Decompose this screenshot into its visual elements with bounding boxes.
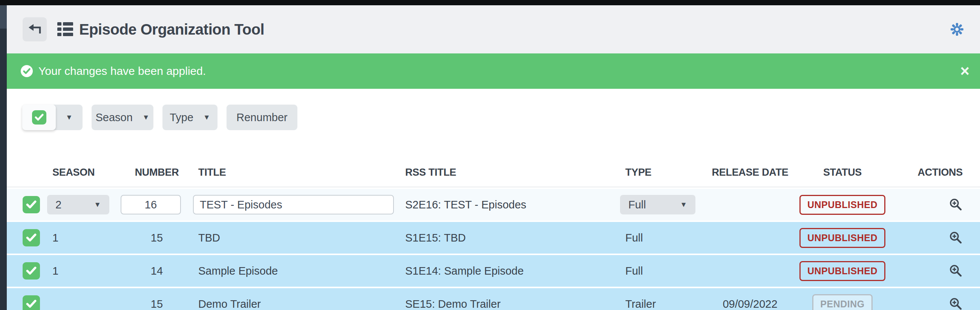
type-button-label: Type	[170, 111, 193, 124]
number-input[interactable]	[121, 195, 181, 214]
chevron-down-icon: ▼	[65, 113, 73, 122]
rss-title-cell: S1E15: TBD	[405, 232, 620, 244]
list-grid-icon	[57, 22, 73, 36]
number-cell: 14	[121, 265, 193, 277]
rss-title-cell: SE15: Demo Trailer	[405, 298, 620, 310]
row-checkbox[interactable]	[22, 295, 40, 310]
row-checkbox[interactable]	[22, 229, 40, 247]
column-header-season: SEASON	[47, 167, 121, 178]
check-circle-icon	[21, 65, 33, 78]
column-header-rss-title: RSS TITLE	[405, 167, 620, 178]
title-cell: TBD	[193, 232, 405, 244]
chevron-down-icon: ▼	[203, 113, 210, 122]
title-input[interactable]	[193, 195, 394, 214]
chevron-down-icon: ▼	[680, 201, 687, 209]
back-button[interactable]	[22, 17, 47, 41]
type-cell: Full	[620, 232, 705, 244]
title-cell: Demo Trailer	[193, 298, 405, 310]
select-all-dropdown-button[interactable]: ▼	[54, 104, 83, 130]
column-header-status: STATUS	[795, 167, 889, 178]
release-date-cell: 09/09/2022	[705, 298, 795, 310]
zoom-in-icon	[949, 231, 963, 245]
bulk-actions-toolbar: ▼ Season ▼ Type ▼ Renumber	[22, 104, 980, 130]
banner-message: Your changes have been applied.	[38, 65, 206, 78]
title-cell: Sample Episode	[193, 265, 405, 277]
zoom-in-icon	[949, 264, 963, 278]
season-select-value: 2	[56, 199, 61, 211]
column-header-release-date: RELEASE DATE	[705, 167, 795, 178]
back-arrow-icon	[27, 24, 42, 35]
column-header-title: TITLE	[193, 167, 405, 178]
status-badge: UNPUBLISHED	[799, 261, 885, 281]
type-dropdown-button[interactable]: Type ▼	[162, 104, 218, 130]
banner-close-button[interactable]: ×	[960, 63, 969, 79]
column-header-type: TYPE	[620, 167, 705, 178]
rss-title-cell: S2E16: TEST - Episodes	[405, 199, 620, 211]
page-title: Episode Organization Tool	[79, 21, 264, 38]
main-content: ▼ Season ▼ Type ▼ Renumber SEASON NUMBER…	[7, 89, 980, 310]
column-header-number: NUMBER	[121, 167, 193, 178]
inspect-episode-button[interactable]	[949, 264, 963, 278]
season-select[interactable]: 2 ▼	[47, 195, 109, 214]
table-row: 1 14 Sample Episode S1E14: Sample Episod…	[7, 255, 980, 287]
type-select[interactable]: Full ▼	[620, 195, 695, 214]
type-cell: Full	[620, 265, 705, 277]
chevron-down-icon: ▼	[143, 113, 150, 122]
rss-title-cell: S1E14: Sample Episode	[405, 265, 620, 277]
app-header: Episode Organization Tool	[7, 5, 980, 54]
column-header-actions: ACTIONS	[918, 167, 980, 178]
settings-button[interactable]	[951, 23, 963, 36]
table-header-row: SEASON NUMBER TITLE RSS TITLE TYPE RELEA…	[7, 158, 980, 187]
checkbox-checked-icon	[32, 110, 46, 125]
type-cell: Trailer	[620, 298, 705, 310]
table-row: 15 Demo Trailer SE15: Demo Trailer Trail…	[7, 288, 980, 310]
episodes-table: SEASON NUMBER TITLE RSS TITLE TYPE RELEA…	[7, 158, 980, 310]
inspect-episode-button[interactable]	[949, 297, 963, 310]
renumber-button-label: Renumber	[236, 111, 287, 124]
inspect-episode-button[interactable]	[949, 198, 963, 212]
inspect-episode-button[interactable]	[949, 231, 963, 245]
success-banner: Your changes have been applied. ×	[7, 54, 980, 89]
select-all-checkbox[interactable]	[22, 104, 56, 130]
chevron-down-icon: ▼	[94, 201, 101, 209]
top-black-bar	[0, 0, 980, 5]
status-badge: UNPUBLISHED	[799, 195, 885, 215]
zoom-in-icon	[949, 198, 963, 212]
season-button-label: Season	[95, 111, 132, 124]
number-cell: 15	[121, 232, 193, 244]
zoom-in-icon	[949, 297, 963, 310]
season-cell: 1	[47, 265, 121, 277]
table-row: 2 ▼ S2E16: TEST - Episodes Full ▼ UNPUBL…	[7, 189, 980, 220]
row-checkbox[interactable]	[22, 262, 40, 280]
left-side-rail	[0, 5, 7, 310]
type-select-value: Full	[628, 199, 646, 211]
season-cell: 1	[47, 232, 121, 244]
table-row: 1 15 TBD S1E15: TBD Full UNPUBLISHED	[7, 222, 980, 253]
status-badge: UNPUBLISHED	[799, 228, 885, 248]
renumber-button[interactable]: Renumber	[226, 104, 298, 130]
row-checkbox[interactable]	[22, 196, 40, 213]
gear-icon	[951, 23, 963, 36]
status-badge: PENDING	[812, 294, 872, 310]
season-dropdown-button[interactable]: Season ▼	[92, 104, 153, 130]
number-cell: 15	[121, 298, 193, 310]
side-rail-active-segment	[0, 5, 7, 28]
